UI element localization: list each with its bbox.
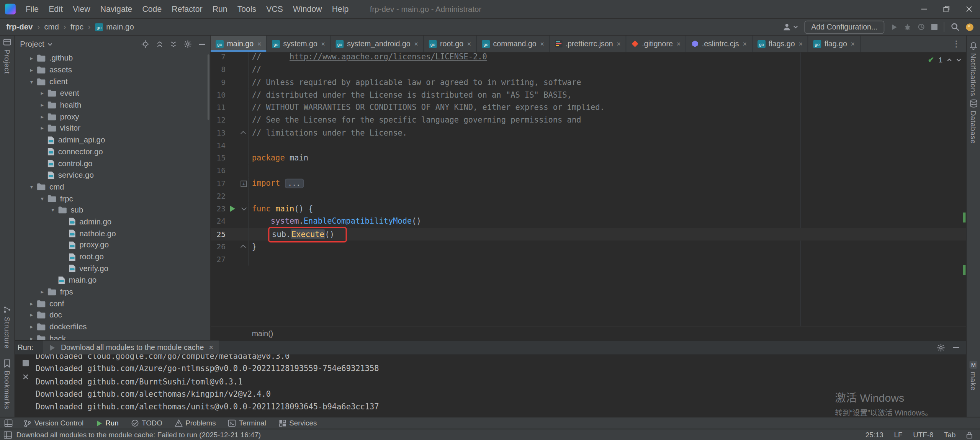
settings-icon[interactable] xyxy=(937,343,945,352)
tool-window-button-version-control[interactable]: Version Control xyxy=(18,419,90,427)
tree-chevron-icon[interactable]: ▸ xyxy=(28,67,36,73)
debug-icon[interactable] xyxy=(904,23,911,31)
editor-tab-prettierrc-json[interactable]: .prettierrc.json× xyxy=(550,36,627,52)
tab-close-icon[interactable]: × xyxy=(321,40,326,47)
tab-close-icon[interactable]: × xyxy=(414,40,418,47)
tree-chevron-icon[interactable]: ▾ xyxy=(49,207,57,213)
run-tab-close-icon[interactable]: × xyxy=(209,343,213,352)
chevron-down-icon[interactable] xyxy=(956,57,961,62)
tree-chevron-icon[interactable]: ▾ xyxy=(28,184,36,190)
editor-tab-system-go[interactable]: gosystem.go× xyxy=(267,36,331,52)
tool-stripe-button-project[interactable]: Project xyxy=(0,38,15,74)
project-panel-title[interactable]: Project xyxy=(20,40,44,49)
tree-item-health[interactable]: ▸health xyxy=(15,99,210,111)
user-menu[interactable] xyxy=(782,23,798,31)
tree-chevron-icon[interactable]: ▸ xyxy=(38,114,46,120)
tree-item-conf[interactable]: ▸conf xyxy=(15,298,210,309)
tree-chevron-icon[interactable]: ▾ xyxy=(38,195,46,201)
tab-close-icon[interactable]: × xyxy=(617,40,621,47)
collapse-all-icon[interactable] xyxy=(170,40,177,48)
console-output[interactable]: Downloaded cloud.google.com/go/compute/m… xyxy=(36,354,966,417)
editor-tab-eslintrc-cjs[interactable]: .eslintrc.cjs× xyxy=(686,36,753,52)
breadcrumb-function[interactable]: main() xyxy=(252,329,273,338)
breadcrumb-item-cmd[interactable]: cmd xyxy=(44,23,59,31)
fold-marker[interactable] xyxy=(239,203,249,215)
tab-close-icon[interactable]: × xyxy=(798,40,803,47)
menu-edit[interactable]: Edit xyxy=(44,0,68,18)
tree-item-sub[interactable]: ▾sub xyxy=(15,204,210,216)
locate-icon[interactable] xyxy=(141,40,149,48)
project-scrollbar[interactable] xyxy=(208,54,209,120)
fold-chevron-icon[interactable] xyxy=(241,245,246,250)
chevron-down-icon[interactable] xyxy=(47,42,52,47)
stop-icon[interactable] xyxy=(22,360,28,366)
tree-chevron-icon[interactable]: ▸ xyxy=(38,125,46,131)
tool-window-button-todo[interactable]: TODO xyxy=(125,419,169,427)
tool-stripe-button-notifications[interactable]: Notifications xyxy=(967,42,980,96)
tool-stripe-button-structure[interactable]: Structure xyxy=(0,306,15,349)
tree-chevron-icon[interactable]: ▸ xyxy=(38,102,46,108)
chevron-up-icon[interactable] xyxy=(947,57,952,62)
add-configuration-button[interactable]: Add Configuration... xyxy=(804,20,884,33)
tree-item-proxy[interactable]: ▸proxy xyxy=(15,111,210,123)
expand-all-icon[interactable] xyxy=(156,40,163,48)
tree-item-service-go[interactable]: service.go xyxy=(15,169,210,181)
menu-file[interactable]: File xyxy=(21,0,44,18)
editor-tab-gitignore[interactable]: .gitignore× xyxy=(627,36,686,52)
stop-icon[interactable] xyxy=(931,24,937,30)
tab-close-icon[interactable]: × xyxy=(677,40,681,47)
menu-help[interactable]: Help xyxy=(327,0,354,18)
menu-window[interactable]: Window xyxy=(288,0,327,18)
menu-tools[interactable]: Tools xyxy=(232,0,262,18)
code-area[interactable]: 7// http://www.apache.org/licenses/LICEN… xyxy=(211,52,966,326)
maximize-button[interactable] xyxy=(935,0,958,18)
editor-tab-root-go[interactable]: goroot.go× xyxy=(424,36,477,52)
tool-window-button-run[interactable]: Run xyxy=(90,419,125,427)
status-line-separator[interactable]: LF xyxy=(894,431,903,438)
tab-close-icon[interactable]: × xyxy=(743,40,747,47)
tree-item-proxy-go[interactable]: proxy.go xyxy=(15,239,210,251)
run-tab[interactable]: Download all modules to the module cache… xyxy=(43,340,219,354)
tree-item-frps[interactable]: ▸frps xyxy=(15,286,210,298)
tree-item-visitor[interactable]: ▸visitor xyxy=(15,123,210,134)
tree-chevron-icon[interactable]: ▸ xyxy=(38,289,46,295)
tab-close-icon[interactable]: × xyxy=(540,40,544,47)
tree-chevron-icon[interactable]: ▸ xyxy=(38,90,46,97)
tree-item-github[interactable]: ▸.github xyxy=(15,52,210,64)
tree-chevron-icon[interactable]: ▾ xyxy=(28,79,36,85)
menu-run[interactable]: Run xyxy=(208,0,232,18)
tree-item-connector-go[interactable]: connector.go xyxy=(15,146,210,157)
tree-item-assets[interactable]: ▸assets xyxy=(15,64,210,76)
status-caret-position[interactable]: 25:13 xyxy=(865,431,883,438)
tab-close-icon[interactable]: × xyxy=(257,40,262,47)
breadcrumb-item-main-go[interactable]: main.go xyxy=(106,23,134,31)
tree-item-root-go[interactable]: root.go xyxy=(15,251,210,263)
tree-chevron-icon[interactable]: ▸ xyxy=(28,335,36,340)
tool-stripe-button-make[interactable]: Mmake xyxy=(967,361,980,391)
menu-code[interactable]: Code xyxy=(137,0,167,18)
hide-icon[interactable] xyxy=(953,344,959,350)
menu-navigate[interactable]: Navigate xyxy=(95,0,137,18)
tree-item-doc[interactable]: ▸doc xyxy=(15,309,210,321)
tree-item-admin-go[interactable]: admin.go xyxy=(15,216,210,227)
fold-marker[interactable] xyxy=(239,127,249,139)
fold-chevron-icon[interactable] xyxy=(242,206,247,211)
editor-tab-system-android-go[interactable]: gosystem_android.go× xyxy=(331,36,424,52)
layout-icon[interactable] xyxy=(4,431,12,438)
fold-marker[interactable]: + xyxy=(239,177,249,190)
tool-stripe-button-database[interactable]: Database xyxy=(967,100,980,144)
status-indent-style[interactable]: Tab xyxy=(944,431,955,438)
minimize-button[interactable] xyxy=(913,0,935,18)
hide-icon[interactable] xyxy=(199,41,205,47)
tree-chevron-icon[interactable]: ▸ xyxy=(28,324,36,330)
tree-item-admin-api-go[interactable]: admin_api.go xyxy=(15,134,210,146)
editor-tab-flags-go[interactable]: goflags.go× xyxy=(753,36,808,52)
tool-window-button-services[interactable]: Services xyxy=(272,419,323,427)
fold-marker[interactable] xyxy=(239,240,249,253)
menu-view[interactable]: View xyxy=(68,0,95,18)
profiler-icon[interactable] xyxy=(918,23,925,31)
tree-item-control-go[interactable]: control.go xyxy=(15,158,210,169)
status-message[interactable]: Download all modules to the module cache… xyxy=(16,431,261,438)
breadcrumb-item-frpc[interactable]: frpc xyxy=(70,23,83,31)
tree-item-event[interactable]: ▸event xyxy=(15,88,210,99)
